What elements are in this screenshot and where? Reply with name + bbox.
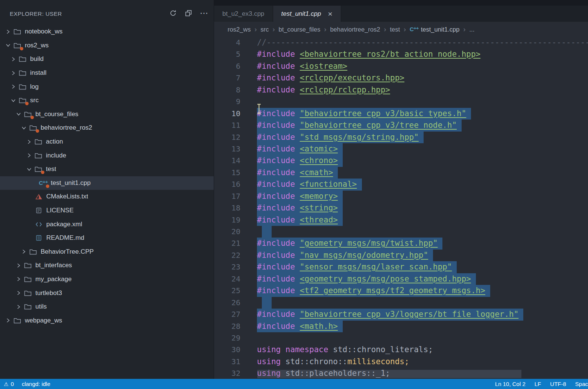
status-bar: ⚠ 0 clangd: idle Ln 10, Col 2 LF UTF-8 S…	[0, 379, 588, 389]
tab-bt-u2-ex3-cpp[interactable]: bt_u2_ex3.cpp	[214, 6, 273, 22]
chevron-right-icon: ›	[324, 26, 326, 33]
tree-item-label: LICENSE	[46, 207, 74, 214]
chevron-right-icon	[15, 276, 22, 283]
eol-indicator[interactable]: LF	[535, 381, 541, 387]
code-line[interactable]: 30using namespace std::chrono_literals;	[214, 344, 588, 356]
tree-item-label: CMakeLists.txt	[46, 193, 88, 200]
tree-item-readme[interactable]: README.md	[0, 231, 214, 245]
code-line[interactable]: 23#include "sensor_msgs/msg/laser_scan.h…	[214, 261, 588, 273]
tree-item-label: build	[30, 55, 44, 63]
code-line[interactable]: 13#include <atomic>	[214, 143, 588, 155]
problems-indicator[interactable]: ⚠ 0	[4, 381, 14, 387]
cursor-position[interactable]: Ln 10, Col 2	[495, 381, 526, 387]
encoding-indicator[interactable]: UTF-8	[550, 381, 566, 387]
breadcrumb-item-ros2-ws[interactable]: ros2_ws	[228, 26, 251, 33]
chevron-right-icon	[20, 248, 27, 255]
tree-item-include[interactable]: include	[0, 148, 214, 162]
tree-item-bt-interfaces[interactable]: bt_interfaces	[0, 259, 214, 272]
tree-item-src[interactable]: src	[0, 94, 214, 107]
tree-item-turtlebot3[interactable]: turtlebot3	[0, 286, 214, 300]
tree-item-label: README.md	[46, 234, 84, 242]
git-modified-dot	[36, 129, 39, 133]
code-line[interactable]: 11#include "behaviortree_cpp_v3/tree_nod…	[214, 120, 588, 131]
tree-item-notebook-ws[interactable]: notebook_ws	[0, 25, 214, 39]
breadcrumb-item-bt-course-files[interactable]: bt_course_files	[278, 26, 320, 33]
chevron-right-icon: ›	[254, 26, 257, 33]
code-line[interactable]: 5#include <behaviortree_ros2/bt_action_n…	[214, 48, 588, 60]
code-line[interactable]: 16#include <functional>	[214, 179, 588, 190]
code-line[interactable]: 7#include <rclcpp/executors.hpp>	[214, 72, 588, 84]
tree-item-label: my_package	[35, 275, 71, 283]
code-line[interactable]: 26	[214, 297, 588, 309]
breadcrumb-item-more[interactable]: ...	[469, 26, 474, 33]
tree-item-utils[interactable]: utils	[0, 300, 214, 314]
code-line[interactable]: 28#include <math.h>	[214, 321, 588, 332]
tree-item-test[interactable]: test	[0, 162, 214, 176]
horizontal-scrollbar[interactable]	[257, 370, 521, 378]
chevron-down-icon	[5, 42, 11, 49]
tree-item-license[interactable]: LICENSE	[0, 204, 214, 218]
tree-item-label: package.xml	[46, 221, 82, 228]
code-line[interactable]: 27#include "behaviortree_cpp_v3/loggers/…	[214, 309, 588, 320]
refresh-icon[interactable]	[169, 9, 177, 17]
code-line[interactable]: 19#include <thread>	[214, 214, 588, 226]
breadcrumb-item-test[interactable]: test	[390, 26, 400, 33]
git-modified-dot	[41, 171, 44, 174]
tree-item-build[interactable]: build	[0, 52, 214, 66]
code-line[interactable]: 31using std::chrono::milliseconds;	[214, 356, 588, 368]
tree-item-label: utils	[35, 303, 47, 310]
code-line[interactable]: 6#include <iostream>	[214, 61, 588, 72]
code-line[interactable]: 22#include "nav_msgs/msg/odometry.hpp"	[214, 250, 588, 261]
code-line[interactable]: 15#include <cmath>	[214, 167, 588, 179]
code-line[interactable]: 10#include "behaviortree_cpp_v3/basic_ty…	[214, 108, 588, 120]
tree-item-ros2-ws[interactable]: ros2_ws	[0, 39, 214, 53]
tree-item-label: ros2_ws	[25, 42, 49, 49]
code-editor[interactable]: 4//-------------------------------------…	[214, 37, 588, 379]
close-icon[interactable]: ×	[328, 11, 332, 17]
tree-item-behaviortree-ros2[interactable]: behaviortree_ros2	[0, 121, 214, 135]
code-line[interactable]: 25#include <tf2_geometry_msgs/tf2_geomet…	[214, 285, 588, 297]
tree-item-webpage-ws[interactable]: webpage_ws	[0, 313, 214, 327]
code-line[interactable]: 8#include <rclcpp/rclcpp.hpp>	[214, 84, 588, 96]
chevron-right-icon	[5, 28, 11, 35]
breadcrumb-item-test-unit1-cpp[interactable]: C⁺⁺ test_unit1.cpp	[410, 26, 459, 33]
problems-count: 0	[11, 381, 14, 387]
breadcrumb-item-src[interactable]: src	[260, 26, 269, 33]
code-line[interactable]: 17#include <memory>	[214, 191, 588, 202]
code-line[interactable]: 4//-------------------------------------…	[214, 37, 588, 48]
breadcrumb-item-behaviortree-ros2[interactable]: behaviortree_ros2	[330, 26, 380, 33]
chevron-down-icon	[10, 97, 17, 104]
code-line[interactable]: 18#include <string>	[214, 202, 588, 214]
code-line[interactable]: 21#include "geometry_msgs/msg/twist.hpp"	[214, 238, 588, 249]
folder-icon	[24, 262, 32, 269]
tree-item-label: action	[46, 138, 63, 145]
tree-item-bt-course-files[interactable]: bt_course_files	[0, 107, 214, 121]
code-line[interactable]: 9	[214, 96, 588, 107]
collapse-folders-icon[interactable]	[185, 9, 192, 17]
cpp-file-icon: C⁺⁺	[410, 26, 419, 33]
tree-item-log[interactable]: log	[0, 80, 214, 94]
tree-item-cmakelists[interactable]: CMakeLists.txt	[0, 190, 214, 204]
tab-test-unit1-cpp[interactable]: test_unit1.cpp ×	[273, 6, 341, 22]
clangd-status[interactable]: clangd: idle	[22, 381, 50, 387]
tree-item-label: BehaviorTree.CPP	[41, 248, 94, 256]
tree-item-install[interactable]: install	[0, 66, 214, 80]
indentation-indicator[interactable]: Spac	[575, 381, 588, 387]
folder-icon	[24, 290, 32, 297]
tree-item-my-package[interactable]: my_package	[0, 272, 214, 286]
chevron-right-icon	[15, 262, 22, 269]
code-line[interactable]: 24#include <geometry_msgs/msg/pose_stamp…	[214, 273, 588, 285]
tree-item-package-xml[interactable]: package.xml	[0, 217, 214, 231]
folder-open-icon	[13, 42, 21, 49]
tree-item-test-unit1-cpp[interactable]: C⁺⁺ test_unit1.cpp	[0, 176, 214, 190]
tree-item-label: behaviortree_ros2	[41, 124, 92, 132]
code-line[interactable]: 12#include "std_msgs/msg/string.hpp"	[214, 132, 588, 143]
tree-item-action[interactable]: action	[0, 135, 214, 149]
tree-item-behaviortree-cpp[interactable]: BehaviorTree.CPP	[0, 245, 214, 259]
code-line[interactable]: 20	[214, 226, 588, 238]
chevron-right-icon	[10, 56, 17, 62]
code-line[interactable]: 14#include <chrono>	[214, 155, 588, 166]
code-line[interactable]: 29	[214, 332, 588, 344]
more-actions-icon[interactable]: ⋯	[200, 9, 208, 17]
xml-file-icon	[35, 221, 43, 228]
